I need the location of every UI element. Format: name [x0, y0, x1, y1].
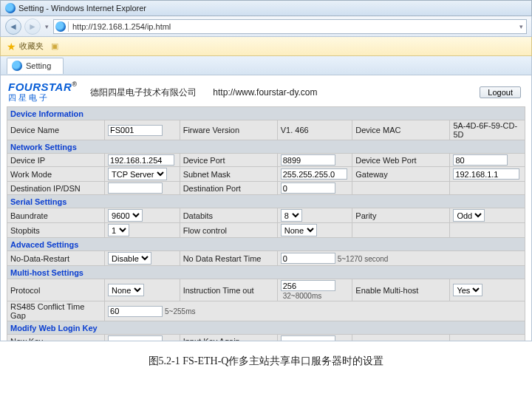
- instr-hint: 32~8000ms: [283, 292, 322, 300]
- databits-select[interactable]: 8: [281, 209, 302, 222]
- label-instr-timeout: Instruction Time out: [180, 279, 277, 301]
- gateway-input[interactable]: [453, 168, 519, 180]
- nav-dropdown-icon[interactable]: ▾: [44, 23, 50, 30]
- section-advanced: Advaced Settings: [7, 238, 525, 251]
- label-parity: Parity: [352, 208, 450, 223]
- brand-logo: FOURSTAR® 四星电子: [8, 81, 77, 103]
- label-firmware: Firware Version: [180, 120, 277, 140]
- label-device-port: Device Port: [180, 154, 277, 167]
- brand-header: FOURSTAR® 四星电子 德阳四星电子技术有限公司 http://www.f…: [7, 80, 525, 106]
- label-device-ip: Device IP: [7, 154, 105, 167]
- rs485-gap-input[interactable]: [108, 306, 163, 317]
- work-mode-select[interactable]: TCP Server: [108, 168, 167, 180]
- device-ip-input[interactable]: [108, 154, 174, 166]
- device-name-input[interactable]: [108, 125, 163, 136]
- page-icon: [55, 21, 66, 32]
- tab-title: Setting: [26, 61, 51, 70]
- brand-site-link[interactable]: http://www.fourstar-dy.com: [213, 87, 317, 98]
- label-device-name: Device Name: [7, 120, 105, 140]
- figure-caption: 图5.2-1 FS-ETH-Q作多主站共享串口服务器时的设置: [0, 355, 532, 368]
- label-nodata-time: No Data Restart Time: [180, 251, 277, 266]
- label-dest-ip: Destination IP/DSN: [7, 182, 105, 195]
- nodata-restart-select[interactable]: Disable: [108, 252, 151, 265]
- window-title: Setting - Windows Internet Explorer: [18, 4, 146, 13]
- label-protocol: Protocol: [7, 279, 105, 301]
- label-gateway: Gateway: [352, 167, 450, 182]
- value-mac: 5A-4D-6F-59-CD-5D: [450, 120, 525, 140]
- forward-button[interactable]: ►: [24, 18, 41, 35]
- label-work-mode: Work Mode: [7, 167, 105, 182]
- parity-select[interactable]: Odd: [453, 209, 485, 222]
- ie-icon: [5, 3, 16, 13]
- label-flow: Flow control: [180, 223, 277, 238]
- label-web-port: Device Web Port: [352, 154, 450, 167]
- rs485-hint: 5~255ms: [165, 307, 195, 316]
- page-content: FOURSTAR® 四星电子 德阳四星电子技术有限公司 http://www.f…: [0, 75, 532, 341]
- browser-navbar: ◄ ► ▾ ▾: [0, 16, 532, 37]
- label-dest-port: Destination Port: [180, 182, 277, 195]
- stopbits-select[interactable]: 1: [108, 224, 129, 236]
- label-rs485-gap: RS485 Conflict Time Gap: [7, 301, 105, 321]
- favorites-label: 收藏夹: [19, 41, 44, 52]
- nodata-hint: 5~1270 second: [338, 255, 389, 263]
- label-key-again: Input Key Again: [180, 335, 277, 342]
- tab-bar: Setting: [0, 56, 532, 75]
- rss-icon[interactable]: ▣: [51, 41, 58, 51]
- nodata-time-input[interactable]: [281, 253, 335, 264]
- device-web-port-input[interactable]: [453, 154, 508, 166]
- subnet-mask-input[interactable]: [281, 168, 347, 180]
- device-port-input[interactable]: [281, 154, 335, 166]
- url-input[interactable]: [71, 22, 518, 31]
- label-enable-multihost: Enable Multi-host: [352, 279, 450, 301]
- dest-ip-input[interactable]: [108, 183, 163, 194]
- label-new-key: New Key: [7, 335, 105, 342]
- back-button[interactable]: ◄: [5, 18, 21, 35]
- company-name: 德阳四星电子技术有限公司: [90, 86, 197, 99]
- new-key-input[interactable]: [108, 335, 163, 341]
- section-network: Network Settings: [7, 140, 525, 154]
- section-modify-key: Modify Web Login Key: [7, 321, 525, 335]
- address-bar[interactable]: ▾: [53, 19, 527, 34]
- section-device-info: Device Information: [7, 107, 525, 120]
- baudrate-select[interactable]: 9600: [108, 209, 143, 222]
- star-icon[interactable]: ★: [7, 41, 16, 52]
- flow-control-select[interactable]: None: [281, 224, 317, 236]
- label-nodata-restart: No-Data-Restart: [7, 251, 105, 266]
- window-titlebar: Setting - Windows Internet Explorer: [0, 0, 532, 16]
- dest-port-input[interactable]: [281, 183, 335, 194]
- url-dropdown-icon[interactable]: ▾: [518, 23, 525, 30]
- favorites-bar: ★ 收藏夹 ▣: [0, 37, 532, 56]
- value-firmware: V1. 466: [277, 120, 352, 140]
- label-baudrate: Baundrate: [7, 208, 105, 223]
- logout-button[interactable]: Logout: [480, 86, 521, 98]
- protocol-select[interactable]: None: [108, 284, 144, 296]
- enable-multihost-select[interactable]: Yes: [453, 284, 482, 296]
- section-serial: Serial Settings: [7, 195, 525, 208]
- instr-timeout-input[interactable]: [281, 280, 335, 291]
- key-again-input[interactable]: [281, 335, 335, 341]
- tab-favicon-icon: [12, 61, 22, 71]
- label-mac: Device MAC: [352, 120, 450, 140]
- label-databits: Databits: [180, 208, 277, 223]
- section-multihost: Multi-host Settings: [7, 266, 525, 279]
- tab-setting[interactable]: Setting: [7, 58, 64, 74]
- config-table: Device Information Device Name Firware V…: [7, 106, 525, 341]
- label-subnet: Subnet Mask: [180, 167, 277, 182]
- label-stopbits: Stopbits: [7, 223, 105, 238]
